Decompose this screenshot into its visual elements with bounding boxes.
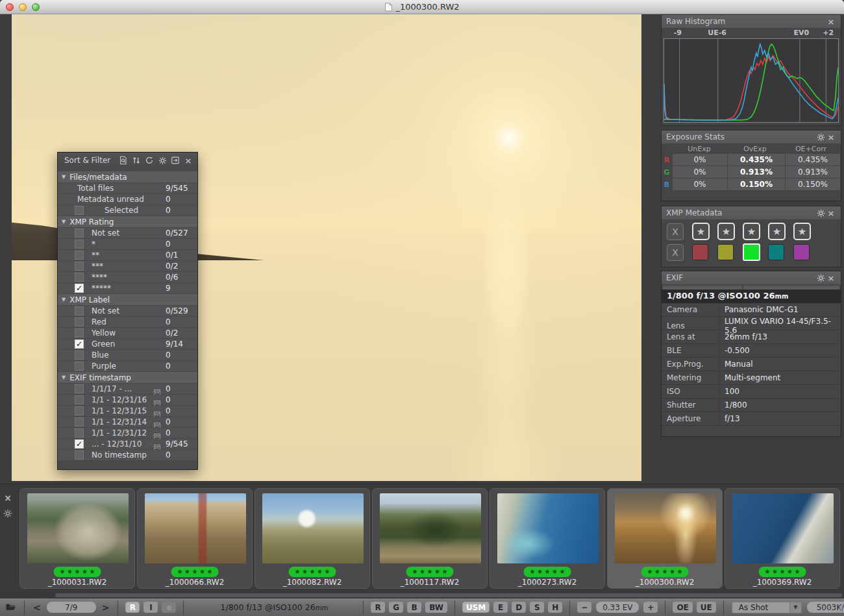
thumbnail-cell[interactable]: ★★★★★ _1000273.RW2: [490, 488, 605, 589]
label-color-button-5[interactable]: [793, 244, 810, 260]
rating-star-button-1[interactable]: ★: [692, 223, 710, 240]
label-color-button-3[interactable]: [743, 243, 760, 261]
filter-row[interactable]: Blue 0: [58, 350, 197, 360]
minimize-window-button[interactable]: [19, 3, 27, 11]
exif-splitter-strip[interactable]: [663, 286, 839, 290]
channel-button-r[interactable]: R: [371, 602, 385, 613]
gear-icon[interactable]: [815, 273, 826, 283]
filter-row[interactable]: Yellow 0/2: [58, 328, 197, 338]
filter-row[interactable]: 1/1 - 12/31/16 0: [58, 395, 197, 405]
filter-row[interactable]: Metadata unread 0: [58, 194, 197, 204]
channel-button-g[interactable]: G: [389, 602, 403, 613]
gear-icon[interactable]: [815, 132, 826, 142]
close-icon[interactable]: ×: [826, 273, 836, 283]
filter-row[interactable]: *** 0/2: [58, 261, 197, 271]
rating-star-button-3[interactable]: ★: [743, 223, 760, 240]
open-folder-icon[interactable]: [4, 601, 17, 614]
filter-checkbox[interactable]: [75, 273, 84, 282]
thumbnail-cell[interactable]: ★★★★★ _1000300.RW2: [607, 488, 723, 589]
filter-checkbox[interactable]: [75, 406, 84, 415]
filter-row[interactable]: ** 0/1: [58, 250, 197, 260]
filter-row[interactable]: ✓ ... - 12/31/10 9/545: [58, 439, 197, 449]
filmstrip-scrollbar-thumb[interactable]: [55, 593, 842, 597]
filter-row[interactable]: ✓ Green 9/14: [58, 339, 197, 349]
refresh-icon[interactable]: [144, 155, 155, 166]
underexposure-toggle[interactable]: UE: [697, 602, 716, 613]
filter-section-header[interactable]: ▼ XMP Rating: [58, 216, 197, 227]
filter-checkbox[interactable]: [75, 428, 84, 437]
tool-button-s[interactable]: S: [530, 602, 544, 613]
filter-checkbox[interactable]: [75, 362, 84, 371]
label-color-button-1[interactable]: [692, 244, 708, 260]
gear-icon[interactable]: [157, 155, 168, 166]
gear-icon[interactable]: [815, 208, 826, 218]
thumbnail-image[interactable]: [732, 493, 834, 563]
filter-row[interactable]: Selected 0: [58, 205, 197, 216]
tool-button-d[interactable]: D: [512, 602, 526, 613]
filter-checkbox[interactable]: [75, 317, 84, 326]
filter-checkbox[interactable]: [75, 251, 84, 260]
file-search-icon[interactable]: [118, 155, 129, 166]
filter-row[interactable]: Total files 9/545: [58, 183, 197, 193]
filmstrip-scrollbar[interactable]: [0, 593, 844, 598]
close-icon[interactable]: ×: [183, 155, 193, 166]
thumbnail-cell[interactable]: ★★★★★ _1000117.RW2: [372, 488, 488, 589]
filter-checkbox[interactable]: [75, 395, 84, 404]
ev-increase-button[interactable]: +: [643, 602, 658, 613]
thumbnail-image[interactable]: [380, 493, 481, 563]
filter-checkbox[interactable]: [75, 384, 84, 393]
filter-checkbox[interactable]: [75, 206, 84, 215]
view-button-r[interactable]: R: [125, 602, 140, 613]
rating-star-button-4[interactable]: ★: [768, 223, 786, 240]
filter-section-header[interactable]: ▼ XMP Label: [58, 294, 197, 305]
clear-rating-button[interactable]: X: [667, 223, 684, 240]
filter-checkbox[interactable]: ✓: [75, 284, 84, 293]
thumbnail-cell[interactable]: ★★★★★ _1000066.RW2: [137, 488, 253, 589]
previous-file-button[interactable]: <: [33, 602, 41, 613]
filter-row[interactable]: 1/1 - 12/31/12 0: [58, 428, 197, 438]
filter-row[interactable]: 1/1/17 - ... 0: [58, 384, 197, 394]
thumbnail-image[interactable]: [262, 493, 364, 563]
filter-checkbox[interactable]: [75, 240, 84, 249]
white-balance-dropdown[interactable]: As Shot ▼: [732, 602, 802, 613]
sort-icon[interactable]: [131, 155, 142, 166]
filter-checkbox[interactable]: [75, 450, 84, 460]
filter-row[interactable]: Red 0: [58, 317, 197, 327]
filter-row[interactable]: 1/1 - 12/31/15 0: [58, 406, 197, 416]
close-icon[interactable]: ×: [826, 132, 836, 142]
filter-row[interactable]: **** 0/6: [58, 272, 197, 282]
thumbnail-cell[interactable]: ★★★★★ _1000031.RW2: [19, 488, 135, 589]
filter-row[interactable]: 1/1 - 12/31/14 0: [58, 417, 197, 427]
thumbnail-cell[interactable]: ★★★★★ _1000369.RW2: [725, 488, 840, 589]
sort-filter-titlebar[interactable]: Sort & Filter ×: [58, 153, 197, 168]
filter-checkbox[interactable]: [75, 351, 84, 360]
overexposure-toggle[interactable]: OE: [673, 602, 692, 613]
ev-decrease-button[interactable]: −: [577, 602, 591, 613]
filter-row[interactable]: Not set 0/529: [58, 306, 197, 316]
close-window-button[interactable]: [6, 3, 14, 11]
thumbnail-image[interactable]: [497, 493, 599, 563]
thumbnail-image[interactable]: [615, 493, 716, 563]
tool-button-e[interactable]: E: [493, 602, 508, 613]
filter-checkbox[interactable]: ✓: [75, 439, 84, 449]
tool-button-usm[interactable]: USM: [462, 602, 490, 613]
channel-button-b[interactable]: B: [407, 602, 421, 613]
filter-checkbox[interactable]: [75, 306, 84, 315]
zoom-window-button[interactable]: [32, 3, 40, 11]
filter-row[interactable]: Purple 0: [58, 361, 197, 371]
view-button-i[interactable]: I: [143, 602, 158, 613]
view-button-e[interactable]: e: [162, 602, 176, 613]
filter-row[interactable]: No timestamp 0: [58, 450, 197, 460]
filter-checkbox[interactable]: ✓: [75, 339, 84, 349]
tool-button-h[interactable]: H: [548, 602, 562, 613]
close-icon[interactable]: ×: [826, 208, 836, 218]
filter-checkbox[interactable]: [75, 228, 84, 238]
filter-section-header[interactable]: ▼ Files/metadata: [58, 171, 197, 182]
close-icon[interactable]: ×: [826, 16, 836, 27]
rating-star-button-5[interactable]: ★: [793, 223, 811, 240]
filter-row[interactable]: Not set 0/527: [58, 228, 197, 238]
filter-row[interactable]: ✓ ***** 9: [58, 283, 197, 293]
thumbnail-cell[interactable]: ★★★★★ _1000082.RW2: [254, 488, 370, 589]
clear-label-button[interactable]: X: [667, 244, 684, 261]
filter-section-header[interactable]: ▼ EXIF timestamp: [58, 372, 197, 383]
